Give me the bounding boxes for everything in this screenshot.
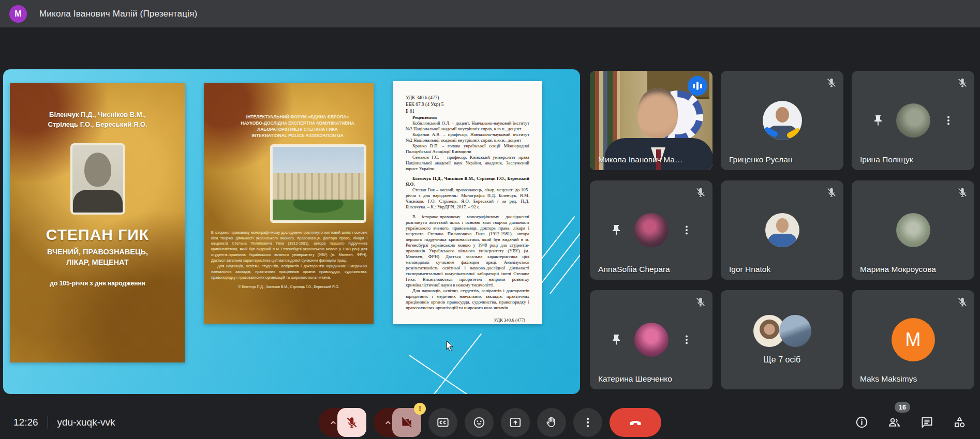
call-controls: ! bbox=[319, 408, 661, 437]
mic-off-icon bbox=[826, 187, 837, 198]
cover2-header-line2: НАУКОВО-ДОСЛІДНА ЕКСПЕРТНА КОМУНІКАТИВНА bbox=[226, 120, 369, 127]
mic-off-icon bbox=[695, 296, 706, 308]
reviewer-4: Семаков Г.С. – професор, Київський уніве… bbox=[406, 155, 529, 172]
person-head bbox=[637, 88, 678, 138]
participant-tile-mykola[interactable]: Микола Іванович Ма… bbox=[590, 71, 712, 170]
chat-panel-button[interactable] bbox=[920, 415, 934, 429]
book-cover-1: Біленчук П.Д., Чисніков В.М., Стрілець Г… bbox=[10, 83, 185, 362]
top-bar: M Микола Іванович Малій (Презентація) bbox=[0, 0, 980, 27]
mic-toggle-button[interactable] bbox=[337, 408, 366, 437]
participant-name: Микола Іванович Ма… bbox=[598, 155, 682, 164]
cover2-abstract-2: Для науковців, освітян, студентів, аспір… bbox=[211, 264, 367, 281]
captions-icon bbox=[436, 416, 450, 429]
book-title-page: УДК 340.6 (477) ББК 67.9 (4 Укр) 5 Б 61 … bbox=[393, 81, 542, 324]
cover2-header-line3: ЛАБОРАТОРІЯ ІМЕНІ СТЕПАНА ГИКА bbox=[226, 127, 369, 133]
panel-buttons: 16 bbox=[855, 415, 967, 429]
participant-name: Гриценко Руслан bbox=[729, 155, 792, 164]
more-options-button[interactable] bbox=[573, 408, 602, 437]
meeting-code: ydu-xuqk-vvk bbox=[57, 417, 115, 428]
participant-tile-maryna[interactable]: Марина Мокроусова bbox=[852, 180, 974, 280]
page-authors: Біленчук П.Д., Чисніков В.М., Стрілець Г… bbox=[406, 176, 529, 187]
participant-name: Марина Мокроусова bbox=[860, 265, 936, 274]
participant-tile-igor[interactable]: Igor Hnatok bbox=[721, 180, 843, 280]
pin-icon[interactable] bbox=[872, 114, 884, 127]
cover1-subtitle-line2: ЛІКАР, МЕЦЕНАТ bbox=[10, 257, 185, 267]
activities-button[interactable] bbox=[953, 415, 967, 429]
end-call-button[interactable] bbox=[610, 408, 661, 437]
reviewers-label: Рецензенти: bbox=[406, 115, 529, 120]
page-udk-2: УДК 340.6 (477) bbox=[406, 317, 525, 323]
more-options-icon[interactable] bbox=[942, 114, 955, 127]
presenter-avatar: M bbox=[9, 5, 27, 23]
people-icon bbox=[887, 415, 901, 429]
avatar bbox=[634, 213, 669, 247]
participant-tile-ruslan[interactable]: Гриценко Руслан bbox=[721, 71, 843, 170]
presentation-title: Микола Іванович Малій (Презентація) bbox=[39, 9, 197, 19]
book-cover-2: ІНТЕЛЕКТУАЛЬНИЙ ФОРУМ «ЄДИНА ЄВРОПА» НАУ… bbox=[204, 83, 374, 324]
mic-off-icon bbox=[345, 416, 359, 429]
avatar bbox=[779, 315, 811, 347]
participant-tile-kateryna[interactable]: Катерина Шевченко bbox=[590, 290, 712, 389]
chevron-up-icon bbox=[328, 417, 338, 428]
cover2-abstract-1: В історико-правовому монографічному досл… bbox=[211, 230, 367, 264]
reviewer-3: Кронко В.П. – голова української секції … bbox=[406, 143, 529, 155]
camera-warning-badge: ! bbox=[414, 403, 426, 415]
page-abstract-1: В історико-правовому монографічному досл… bbox=[406, 214, 529, 288]
mouse-cursor bbox=[446, 340, 455, 353]
more-options-icon[interactable] bbox=[680, 334, 693, 346]
info-icon bbox=[855, 415, 869, 429]
participant-name: AnnaSofiia Chepara bbox=[598, 265, 670, 274]
cover1-authors-line1: Біленчук П.Д., Чисніков В.М., bbox=[10, 110, 185, 120]
more-options-icon[interactable] bbox=[680, 224, 693, 236]
mic-control-group bbox=[319, 408, 366, 437]
camera-off-icon bbox=[400, 416, 413, 429]
avatar bbox=[634, 323, 669, 357]
chevron-up-icon bbox=[383, 417, 393, 428]
smiley-icon bbox=[472, 416, 486, 429]
avatar: M bbox=[892, 318, 935, 361]
page-bbk: ББК 67.9 (4 Укр) 5 bbox=[406, 101, 529, 108]
cover2-header-line4: INTERNATIONAL POLICE ASSOCIATION UA bbox=[226, 133, 369, 139]
cover2-header-line1: ІНТЕЛЕКТУАЛЬНИЙ ФОРУМ «ЄДИНА ЄВРОПА» bbox=[226, 114, 369, 120]
divider bbox=[48, 416, 48, 429]
more-people-tile[interactable]: Ще 7 осіб bbox=[721, 290, 843, 389]
page-abstract-2: Для науковців, освітян, студентів, аспір… bbox=[406, 288, 529, 311]
pin-icon[interactable] bbox=[610, 224, 622, 236]
participant-grid: Микола Іванович Ма… Гриценко Руслан Ірин… bbox=[590, 71, 974, 389]
mic-off-icon bbox=[957, 77, 968, 88]
clock-time: 12:26 bbox=[13, 417, 38, 428]
avatar bbox=[765, 213, 799, 247]
cover1-subtitle-line1: ВЧЕНИЙ, ПРАВОЗНАВЕЦЬ, bbox=[10, 247, 185, 257]
building-photo bbox=[270, 144, 366, 223]
more-people-label: Ще 7 осіб bbox=[764, 355, 800, 365]
reviewer-1: Кобилянський О.Л. – доцент, Навчально-на… bbox=[406, 120, 529, 132]
vertical-dots-icon bbox=[581, 416, 595, 429]
reactions-button[interactable] bbox=[465, 408, 494, 437]
audio-indicator-icon bbox=[688, 76, 707, 96]
pin-icon[interactable] bbox=[610, 334, 622, 346]
camera-toggle-button[interactable]: ! bbox=[392, 408, 421, 437]
participant-name: Катерина Шевченко bbox=[598, 374, 672, 384]
mic-off-icon bbox=[957, 187, 968, 198]
decor-line bbox=[409, 355, 473, 394]
raise-hand-button[interactable] bbox=[537, 408, 566, 437]
mic-off-icon bbox=[957, 296, 968, 308]
participant-name: Maks Maksimys bbox=[860, 374, 917, 384]
people-panel-button[interactable]: 16 bbox=[887, 415, 901, 429]
cover1-title: СТЕПАН ГИК bbox=[10, 226, 185, 244]
group-avatars bbox=[753, 315, 811, 347]
page-udk: УДК 340.6 (477) bbox=[406, 95, 529, 101]
participant-tile-iryna[interactable]: Ірина Поліщук bbox=[852, 71, 974, 170]
participant-tile-maks[interactable]: M Maks Maksimys bbox=[852, 290, 974, 389]
participant-name: Ірина Поліщук bbox=[860, 155, 913, 164]
participant-tile-annasofiia[interactable]: AnnaSofiia Chepara bbox=[590, 180, 712, 280]
presentation-tile[interactable]: Біленчук П.Д., Чисніков В.М., Стрілець Г… bbox=[3, 69, 580, 394]
activities-icon bbox=[953, 415, 967, 429]
captions-button[interactable] bbox=[428, 408, 457, 437]
mic-off-icon bbox=[695, 187, 706, 198]
meeting-details-button[interactable] bbox=[855, 415, 869, 429]
cover2-footer: © Біленчук П.Д., Чисніков В.М., Стрілець… bbox=[204, 285, 374, 289]
page-b61: Б 61 bbox=[406, 108, 529, 115]
camera-control-group: ! bbox=[374, 408, 421, 437]
present-button[interactable] bbox=[501, 408, 530, 437]
